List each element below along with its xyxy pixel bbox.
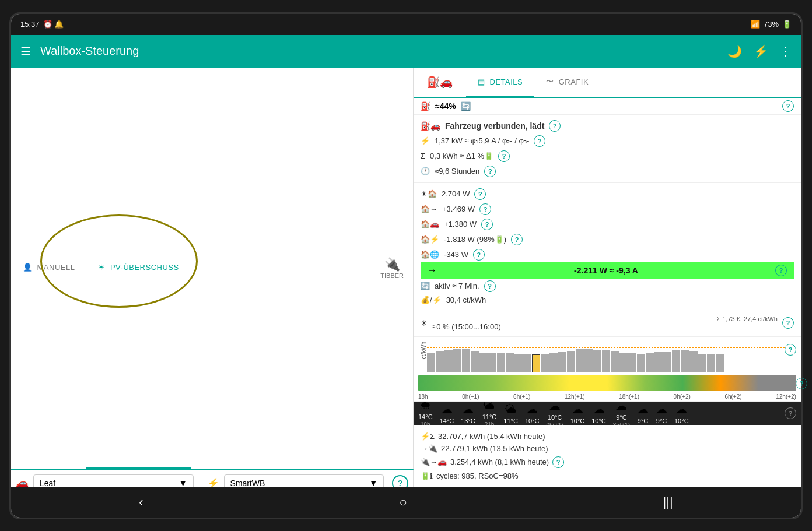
energy-help-3[interactable]: ? [511, 234, 523, 245]
weather-3: 🌥 11°C 21h [482, 402, 497, 425]
vehicle-chevron: ▼ [179, 479, 187, 487]
stats-value-2: 3.254,4 kWh (8,1 kWh heute) [450, 458, 549, 466]
bar-5 [471, 351, 479, 372]
soc-help-btn[interactable]: ? [782, 100, 794, 112]
bar-9 [506, 353, 514, 372]
weather-5: ☁ 10°C [525, 402, 540, 424]
tab-manuell-label: MANUELL [37, 263, 75, 272]
stats-row-2: 🔌→🚗 3.254,4 kWh (8,1 kWh heute) ? [421, 455, 794, 470]
bar-33 [716, 354, 724, 372]
tab-manuell[interactable]: 👤 MANUELL [11, 68, 86, 469]
highlight-help[interactable]: ? [775, 265, 787, 276]
weather-6: ☁ 10°C 0h(+1) [546, 402, 563, 425]
timer-icon-0: 🔄 [421, 282, 430, 290]
power-help-1[interactable]: ? [534, 135, 545, 147]
bar-18 [584, 349, 593, 372]
vehicle-select[interactable]: Leaf ▼ [33, 474, 194, 487]
bar-17 [576, 349, 584, 372]
weather-8: ☁ 10°C [592, 402, 606, 424]
power-icon-1: ⚡ [421, 136, 430, 145]
bar-2 [444, 350, 453, 372]
tab-pv-ueberschuss[interactable]: ☀ PV-ÜBERSCHUSS [86, 68, 190, 469]
energy-row-1: 🏠→ +3.469 W ? [421, 202, 794, 217]
bar-16 [567, 351, 575, 372]
car-icon: 🚗 [16, 477, 29, 487]
energy-row-4: 🏠🌐 -343 W ? [421, 247, 794, 262]
energy-help-0[interactable]: ? [474, 188, 486, 200]
power-help-3[interactable]: ? [484, 166, 496, 177]
menu-icon[interactable]: ☰ [20, 44, 31, 58]
pv-time-3: 6h(+1) [513, 393, 530, 400]
weather-9: ☁ 9°C 3h(+1) [613, 402, 630, 425]
right-panel: ⛽🚗 ▤ DETAILS 〜 GRAFIK ⛽ ≈44% 🔄 ? [414, 68, 801, 487]
stats-row-1: →🔌 22.779,1 kWh (13,5 kWh heute) [421, 442, 794, 455]
battery-icon: 🔋 [782, 20, 792, 29]
chart-help[interactable]: ? [785, 344, 796, 356]
app-bar: ☰ Wallbox-Steuerung 🌙 ⚡ ⋮ [11, 35, 801, 68]
theme-icon[interactable]: 🌙 [727, 44, 742, 58]
energy-value-2: +1.380 W [444, 220, 477, 228]
weather-help[interactable]: ? [785, 407, 796, 419]
weather-1: ☁ 14°C [440, 402, 454, 424]
power-help-2[interactable]: ? [498, 150, 510, 162]
bar-1 [436, 351, 444, 372]
wallbox-select[interactable]: SmartWB ▼ [224, 474, 384, 487]
stats-row-3: 🔋ℹ cycles: 985, RSoC=98% [421, 470, 794, 482]
timer-row-1: 💰/⚡ 30,4 ct/kWh [421, 294, 794, 306]
stats-help-2[interactable]: ? [552, 456, 564, 468]
bar-23 [628, 353, 636, 372]
energy-icon-2: 🏠🚗 [421, 220, 439, 228]
bar-15 [558, 352, 566, 372]
pv-icon: ☀ [98, 263, 106, 272]
flash-icon[interactable]: ⚡ [754, 44, 768, 58]
vehicle-value: Leaf [40, 479, 55, 487]
right-tab-bar: ⛽🚗 ▤ DETAILS 〜 GRAFIK [414, 68, 801, 98]
weather-0: 🌧 14°C 18h [418, 402, 433, 425]
status-bar: 15:37 ⏰ 🔔 📶 73% 🔋 [11, 14, 801, 35]
bar-19 [593, 350, 601, 372]
energy-help-2[interactable]: ? [481, 219, 493, 230]
bar-24 [637, 354, 645, 372]
power-value-1: 1,37 kW ≈ φ₁5,9 A / φ₂- / φ₃- [435, 136, 529, 145]
bar-29 [681, 350, 689, 372]
stats-value-0: 32.707,7 kWh (15,4 kWh heute) [438, 432, 545, 441]
stats-value-1: 22.779,1 kWh (13,5 kWh heute) [441, 444, 548, 453]
energy-help-1[interactable]: ? [480, 203, 491, 215]
stats-icon-2: 🔌→🚗 [421, 458, 447, 466]
energy-row-3: 🏠⚡ -1.818 W (98%🔋) ? [421, 232, 794, 247]
bar-28 [672, 350, 680, 372]
nav-back-btn[interactable]: ‹ [116, 490, 166, 515]
soc-value: ≈44% [435, 101, 456, 111]
tab-tibber[interactable]: 🔌 TIBBER [371, 68, 413, 469]
energy-help-4[interactable]: ? [473, 249, 485, 261]
weather-2: ☁ 13°C [461, 402, 475, 424]
nav-recent-btn[interactable]: ||| [639, 490, 696, 515]
tab-grafik[interactable]: 〜 GRAFIK [534, 68, 600, 98]
bar-30 [690, 351, 698, 372]
more-icon[interactable]: ⋮ [780, 44, 792, 58]
tab-grafik-label: GRAFIK [559, 78, 589, 86]
timer-value-1: 30,4 ct/kWh [446, 296, 487, 304]
bar-3 [453, 349, 461, 372]
energy-value-0: 2.704 W [442, 189, 470, 198]
vehicle-status-icon: ⛽🚗 [421, 121, 440, 131]
soc-icon: ⛽ [421, 101, 430, 111]
power-icon-3: 🕐 [421, 167, 430, 175]
pv-time-8: 12h(+2) [776, 393, 796, 400]
status-time: 15:37 [20, 20, 40, 29]
pv-strip-help[interactable]: ? [796, 378, 801, 389]
vehicle-help-btn[interactable]: ? [392, 475, 408, 487]
tab-details[interactable]: ▤ DETAILS [466, 68, 534, 98]
pv-time-6: 0h(+2) [674, 393, 691, 400]
status-icons: ⏰ 🔔 [43, 20, 64, 29]
nav-home-btn[interactable]: ○ [376, 490, 430, 515]
wallbox-chevron: ▼ [369, 479, 377, 487]
price-help[interactable]: ? [782, 317, 794, 329]
energy-icon-3: 🏠⚡ [421, 235, 439, 244]
energy-value-1: +3.469 W [442, 205, 475, 213]
vehicle-status-help[interactable]: ? [549, 120, 561, 132]
highlight-value: -2.211 W ≈ -9,3 A [574, 266, 638, 275]
soc-spinner: 🔄 [461, 101, 471, 111]
timer-help-0[interactable]: ? [484, 280, 496, 292]
price-row: ☀ Σ 1,73 €, 27,4 ct/kWh ≈0 % (15:00...16… [421, 314, 794, 333]
